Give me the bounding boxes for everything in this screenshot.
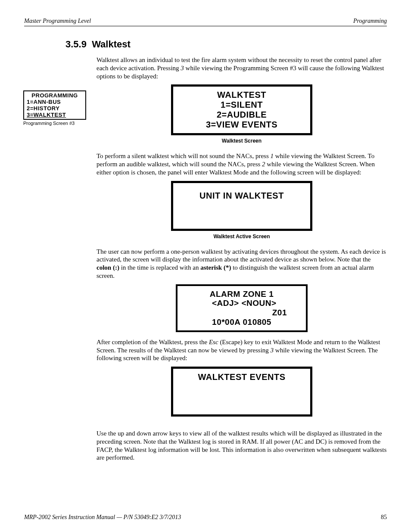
section-number: 3.5.9: [65, 39, 87, 50]
lcd-line: WALKTEST EVENTS: [179, 372, 304, 382]
bold-text: colon (:): [97, 264, 119, 271]
lcd-line: 2=AUDIBLE: [179, 110, 304, 120]
lcd-caption: Walktest Screen: [97, 138, 387, 144]
lcd-line: <ADJ> <NOUN>: [184, 299, 300, 308]
lcd-line: 10*00A 010805: [184, 317, 300, 327]
footer-page-number: 85: [381, 513, 387, 521]
lcd-line: WALKTEST: [179, 90, 304, 100]
lcd-line: 3=VIEW EVENTS: [179, 120, 304, 130]
section-title-text: Walktest: [92, 39, 131, 50]
mini-lcd-line-selected: 3=WALKTEST: [27, 112, 83, 118]
paragraph-after-completion: After completion of the Walktest, press …: [97, 338, 387, 362]
text: After completion of the Walktest, press …: [97, 339, 209, 345]
text: The user can now perform a one-person wa…: [97, 248, 386, 263]
lcd-caption: Walktest Active Screen: [97, 233, 387, 240]
text: in the time is replaced with an: [119, 264, 200, 271]
side-programming-menu: PROGRAMMING 1=ANN-BUS 2=HISTORY 3=WALKTE…: [23, 90, 101, 127]
mini-lcd-title: PROGRAMMING: [27, 93, 83, 99]
mini-lcd-line: 2=HISTORY: [27, 106, 83, 112]
lcd-walktest-menu: WALKTEST 1=SILENT 2=AUDIBLE 3=VIEW EVENT…: [171, 84, 312, 135]
header-right: Programming: [353, 17, 387, 25]
header-left: Master Programming Level: [24, 17, 91, 25]
lcd-walktest-events: WALKTEST EVENTS: [171, 367, 312, 417]
paragraph-device-activate: The user can now perform a one-person wa…: [97, 248, 387, 280]
paragraph-silent-audible: To perform a silent walktest which will …: [97, 152, 387, 176]
paragraph-final: Use the up and down arrow keys to view a…: [97, 429, 387, 462]
mini-lcd-caption: Programming Screen #3: [23, 121, 101, 127]
key-ref: 1: [270, 152, 274, 159]
mini-lcd: PROGRAMMING 1=ANN-BUS 2=HISTORY 3=WALKTE…: [23, 90, 86, 120]
mini-lcd-line: 1=ANN-BUS: [27, 99, 83, 106]
footer-left: MRP-2002 Series Instruction Manual — P/N…: [24, 513, 181, 521]
key-ref: 3: [271, 347, 274, 354]
lcd-line: Z01: [184, 308, 300, 317]
key-ref: Esc: [209, 339, 218, 345]
lcd-line: UNIT IN WALKTEST: [179, 191, 304, 201]
page-footer: MRP-2002 Series Instruction Manual — P/N…: [24, 513, 387, 521]
lcd-line: 1=SILENT: [179, 100, 304, 110]
bold-text: asterisk (*): [200, 264, 231, 271]
lcd-line: ALARM ZONE 1: [184, 289, 300, 299]
paragraph-intro: Walktest allows an individual to test th…: [97, 56, 387, 80]
section-heading: 3.5.9 Walktest: [65, 38, 387, 50]
key-ref: 3: [181, 65, 184, 72]
key-ref: 2: [262, 161, 265, 168]
lcd-alarm-zone: ALARM ZONE 1 <ADJ> <NOUN> Z01 10*00A 010…: [176, 284, 308, 332]
page-header: Master Programming Level Programming: [24, 17, 387, 26]
text: To perform a silent walktest which will …: [97, 152, 270, 159]
lcd-walktest-active: UNIT IN WALKTEST: [171, 181, 312, 231]
